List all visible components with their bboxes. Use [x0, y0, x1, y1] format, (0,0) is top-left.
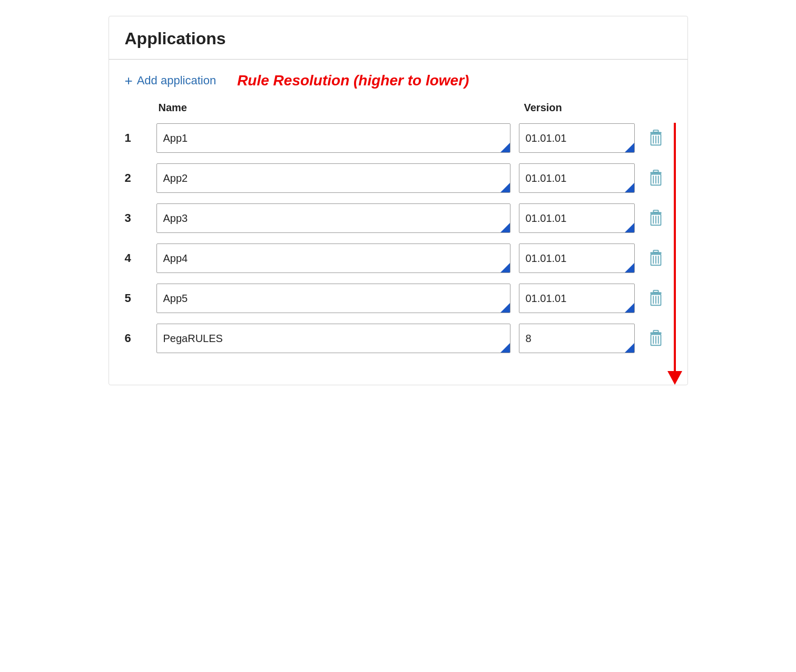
name-input[interactable]: App3 — [156, 203, 510, 233]
name-dropdown-triangle — [500, 223, 510, 232]
name-dropdown-triangle — [500, 343, 510, 353]
row-number: 4 — [125, 251, 156, 265]
name-value: App2 — [163, 172, 493, 184]
row-number: 2 — [125, 171, 156, 185]
delete-button[interactable] — [640, 289, 672, 307]
col-version-header: Version — [524, 102, 640, 114]
table-row: 5 App5 01.01.01 — [125, 284, 672, 313]
col-name-header: Name — [156, 102, 524, 114]
version-dropdown-triangle — [625, 223, 634, 232]
version-value: 01.01.01 — [526, 132, 617, 144]
name-input[interactable]: App4 — [156, 244, 510, 273]
rule-resolution-label: Rule Resolution (higher to lower) — [237, 72, 469, 89]
top-bar: + Add application Rule Resolution (highe… — [125, 72, 672, 89]
table-row: 1 App1 01.01.01 — [125, 123, 672, 153]
page-title: Applications — [125, 29, 672, 48]
row-number: 1 — [125, 131, 156, 145]
name-input[interactable]: App2 — [156, 163, 510, 193]
add-application-button[interactable]: + Add application — [125, 73, 217, 89]
svg-rect-13 — [653, 210, 658, 212]
name-dropdown-triangle — [500, 303, 510, 313]
trash-icon — [648, 209, 664, 227]
table-header: Name Version — [125, 102, 672, 119]
panel-body: + Add application Rule Resolution (highe… — [109, 60, 687, 385]
version-input[interactable]: 01.01.01 — [519, 123, 635, 153]
svg-rect-31 — [653, 330, 658, 333]
delete-button[interactable] — [640, 129, 672, 147]
svg-rect-1 — [653, 130, 658, 132]
svg-rect-19 — [653, 250, 658, 252]
version-input[interactable]: 01.01.01 — [519, 203, 635, 233]
arrow-line — [674, 123, 676, 371]
trash-icon — [648, 289, 664, 307]
name-dropdown-triangle — [500, 143, 510, 152]
rows-container: 1 App1 01.01.01 — [125, 123, 672, 353]
row-number: 6 — [125, 332, 156, 345]
table-row: 6 PegaRULES 8 — [125, 324, 672, 353]
name-value: App3 — [163, 212, 493, 225]
name-value: App5 — [163, 293, 493, 305]
table-row: 2 App2 01.01.01 — [125, 163, 672, 193]
version-input[interactable]: 8 — [519, 324, 635, 353]
plus-icon: + — [125, 73, 133, 89]
version-dropdown-triangle — [625, 143, 634, 152]
trash-icon — [648, 129, 664, 147]
add-application-label: Add application — [137, 74, 216, 87]
row-number: 3 — [125, 211, 156, 225]
version-input[interactable]: 01.01.01 — [519, 244, 635, 273]
row-number: 5 — [125, 291, 156, 305]
version-input[interactable]: 01.01.01 — [519, 284, 635, 313]
applications-panel: Applications + Add application Rule Reso… — [109, 16, 688, 385]
version-value: 01.01.01 — [526, 172, 617, 184]
name-input[interactable]: App5 — [156, 284, 510, 313]
version-input[interactable]: 01.01.01 — [519, 163, 635, 193]
arrow-head — [667, 371, 682, 385]
table-row: 4 App4 01.01.01 — [125, 244, 672, 273]
trash-icon — [648, 329, 664, 347]
trash-icon — [648, 169, 664, 187]
delete-button[interactable] — [640, 249, 672, 267]
svg-rect-7 — [653, 170, 658, 172]
version-dropdown-triangle — [625, 263, 634, 272]
trash-icon — [648, 249, 664, 267]
name-value: App1 — [163, 132, 493, 144]
name-input[interactable]: PegaRULES — [156, 324, 510, 353]
delete-button[interactable] — [640, 329, 672, 347]
name-value: PegaRULES — [163, 333, 493, 345]
version-value: 01.01.01 — [526, 252, 617, 265]
name-dropdown-triangle — [500, 263, 510, 272]
name-input[interactable]: App1 — [156, 123, 510, 153]
version-value: 01.01.01 — [526, 212, 617, 225]
version-dropdown-triangle — [625, 183, 634, 192]
version-value: 01.01.01 — [526, 293, 617, 305]
delete-button[interactable] — [640, 169, 672, 187]
svg-rect-25 — [653, 290, 658, 293]
name-dropdown-triangle — [500, 183, 510, 192]
version-dropdown-triangle — [625, 303, 634, 313]
panel-header: Applications — [109, 16, 687, 60]
name-value: App4 — [163, 252, 493, 265]
table-row: 3 App3 01.01.01 — [125, 203, 672, 233]
delete-button[interactable] — [640, 209, 672, 227]
version-value: 8 — [526, 333, 617, 345]
version-dropdown-triangle — [625, 343, 634, 353]
